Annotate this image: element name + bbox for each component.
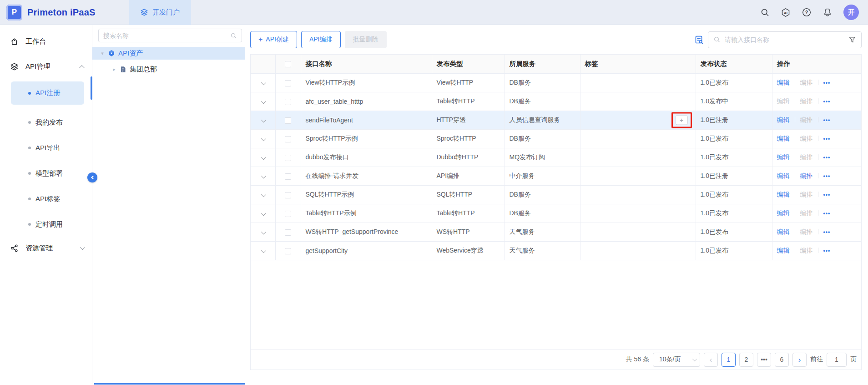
interface-search-input[interactable] <box>725 36 844 43</box>
notification-icon[interactable] <box>823 7 833 17</box>
goto-page-input[interactable] <box>827 353 847 367</box>
select-all-checkbox[interactable] <box>285 61 291 67</box>
pager-page-button[interactable]: 2 <box>739 353 753 367</box>
batch-delete-button[interactable]: 批量删除 <box>345 31 387 48</box>
pager-page-button[interactable]: 6 <box>775 353 789 367</box>
orchestrate-link[interactable]: 编排 <box>800 135 813 142</box>
row-checkbox[interactable] <box>285 155 291 161</box>
row-checkbox[interactable] <box>285 99 291 105</box>
more-actions-button[interactable]: ••• <box>823 98 831 105</box>
edit-link[interactable]: 编辑 <box>777 228 790 235</box>
publish-status-cell: 1.0已发布 <box>696 204 772 223</box>
main-layout: 工作台 API管理 API注册 我的发布 API导出 模型部署 API标签 <box>0 25 868 385</box>
service-cell: DB服务 <box>505 129 580 148</box>
row-expand-chevron-icon[interactable] <box>261 248 266 253</box>
avatar[interactable]: 开 <box>843 5 859 20</box>
caret-right-icon[interactable]: ▸ <box>112 66 116 72</box>
more-actions-button[interactable]: ••• <box>823 154 831 161</box>
row-expand-chevron-icon[interactable] <box>261 80 266 85</box>
tree-node-api-assets[interactable]: ▾ API资产 <box>92 47 245 60</box>
row-expand-chevron-icon[interactable] <box>261 154 266 159</box>
search-icon[interactable] <box>760 7 770 17</box>
row-checkbox[interactable] <box>285 229 291 236</box>
edit-link[interactable]: 编辑 <box>777 191 790 198</box>
page-size-select[interactable]: 10条/页 <box>653 353 700 367</box>
more-actions-button[interactable]: ••• <box>823 248 831 254</box>
sidebar-item-resource-management[interactable]: 资源管理 <box>0 238 92 258</box>
sidebar-collapse-toggle[interactable] <box>87 172 97 182</box>
row-expand-chevron-icon[interactable] <box>261 210 266 215</box>
row-checkbox[interactable] <box>285 117 291 124</box>
more-actions-button[interactable]: ••• <box>823 192 831 198</box>
sidebar-item-workbench[interactable]: 工作台 <box>0 31 92 51</box>
publish-type-cell: SQL转HTTP <box>432 185 505 204</box>
row-checkbox[interactable] <box>285 136 291 142</box>
orchestrate-link[interactable]: 编排 <box>800 79 813 86</box>
add-tag-button[interactable]: + <box>676 115 688 125</box>
orchestrate-link[interactable]: 编排 <box>800 116 813 123</box>
row-expand-chevron-icon[interactable] <box>261 117 266 122</box>
edit-link[interactable]: 编辑 <box>777 153 790 161</box>
sidebar-item-api-register[interactable]: API注册 <box>11 81 84 105</box>
orchestrate-link[interactable]: 编排 <box>800 191 813 198</box>
edit-link[interactable]: 编辑 <box>777 116 790 123</box>
more-actions-button[interactable]: ••• <box>823 229 831 235</box>
sidebar-item-scheduled-call[interactable]: 定时调用 <box>0 212 92 237</box>
action-divider <box>818 80 818 85</box>
column-header-tag: 标签 <box>580 55 696 73</box>
sidebar-item-my-publish[interactable]: 我的发布 <box>0 110 92 135</box>
more-actions-button[interactable]: ••• <box>823 210 831 217</box>
orchestrate-link[interactable]: 编排 <box>800 228 813 235</box>
orchestrate-link[interactable]: 编排 <box>800 153 813 161</box>
api-create-button[interactable]: + API创建 <box>250 31 297 48</box>
row-checkbox[interactable] <box>285 211 291 217</box>
help-icon[interactable]: ? <box>802 7 812 17</box>
row-checkbox[interactable] <box>285 173 291 180</box>
edit-link[interactable]: 编辑 <box>777 135 790 142</box>
edit-link[interactable]: 编辑 <box>777 209 790 217</box>
row-expand-chevron-icon[interactable] <box>261 98 266 103</box>
more-actions-button[interactable]: ••• <box>823 173 831 179</box>
pager-prev-button[interactable]: ‹ <box>704 353 718 367</box>
chevron-left-icon <box>91 176 95 179</box>
tab-dev-portal[interactable]: 开发门户 <box>129 0 191 25</box>
sidebar-item-api-management[interactable]: API管理 <box>0 56 92 76</box>
tree-search-input[interactable] <box>103 32 230 39</box>
sidebar-item-api-tags[interactable]: API标签 <box>0 186 92 212</box>
more-actions-button[interactable]: ••• <box>823 136 831 142</box>
row-expand-chevron-icon[interactable] <box>261 173 266 178</box>
pager-page-button[interactable]: 1 <box>722 353 736 367</box>
tree-node-group-hq[interactable]: ▸ 集团总部 <box>92 63 245 76</box>
svg-text:?: ? <box>805 10 808 15</box>
edit-link[interactable]: 编辑 <box>777 97 790 105</box>
orchestrate-link[interactable]: 编排 <box>800 209 813 217</box>
more-actions-button[interactable]: ••• <box>823 80 831 86</box>
api-orchestrate-button[interactable]: API编排 <box>301 31 341 48</box>
ai-icon[interactable]: AI <box>781 7 791 17</box>
sidebar-item-api-export[interactable]: API导出 <box>0 135 92 161</box>
pager-more-button[interactable]: ••• <box>757 353 771 367</box>
table-row: afc_user_table_htttp Table转HTTP DB服务 1.0… <box>251 92 861 111</box>
pager-next-button[interactable]: › <box>792 353 807 367</box>
filter-funnel-icon[interactable] <box>848 36 856 44</box>
edit-link[interactable]: 编辑 <box>777 79 790 86</box>
actions-cell: 编辑编排••• <box>772 92 861 111</box>
row-expand-chevron-icon[interactable] <box>261 229 266 234</box>
row-expand-chevron-icon[interactable] <box>261 192 266 197</box>
more-actions-button[interactable]: ••• <box>823 117 831 123</box>
row-checkbox[interactable] <box>285 248 291 254</box>
orchestrate-link[interactable]: 编排 <box>800 172 813 179</box>
orchestrate-link[interactable]: 编排 <box>800 97 813 105</box>
doc-search-icon[interactable] <box>694 35 704 45</box>
caret-down-icon[interactable]: ▾ <box>100 51 105 56</box>
edit-link[interactable]: 编辑 <box>777 247 790 254</box>
sidebar-item-model-deploy[interactable]: 模型部署 <box>0 161 92 186</box>
orchestrate-link[interactable]: 编排 <box>800 247 813 254</box>
edit-link[interactable]: 编辑 <box>777 172 790 179</box>
topbar-icons: AI ? 开 <box>760 5 868 20</box>
tag-cell <box>580 241 696 260</box>
row-checkbox[interactable] <box>285 192 291 198</box>
row-expand-chevron-icon[interactable] <box>261 136 266 141</box>
row-checkbox[interactable] <box>285 80 291 86</box>
tree-panel-scrollbar[interactable] <box>94 383 245 385</box>
